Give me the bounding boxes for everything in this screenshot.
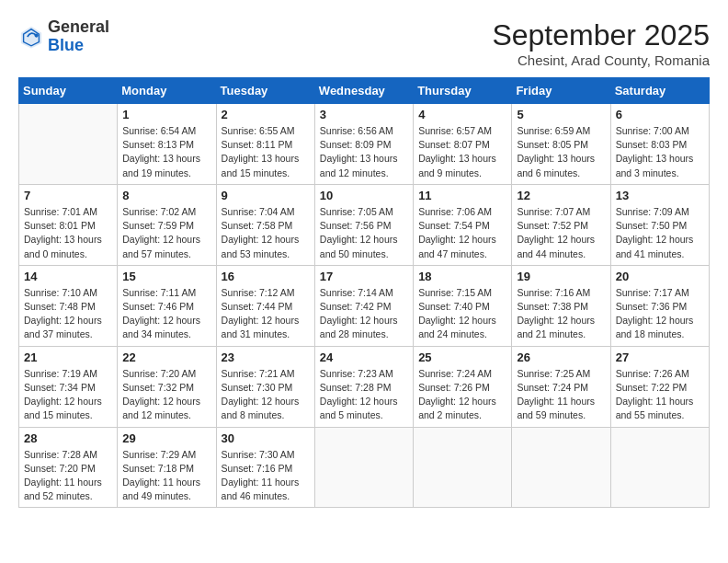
day-info: Sunrise: 6:57 AM Sunset: 8:07 PM Dayligh… — [418, 124, 506, 180]
day-number: 4 — [418, 108, 506, 121]
day-info: Sunrise: 6:59 AM Sunset: 8:05 PM Dayligh… — [517, 124, 605, 180]
calendar-cell: 26Sunrise: 7:25 AM Sunset: 7:24 PM Dayli… — [512, 346, 610, 427]
day-info: Sunrise: 7:07 AM Sunset: 7:52 PM Dayligh… — [517, 205, 605, 261]
calendar-cell: 30Sunrise: 7:30 AM Sunset: 7:16 PM Dayli… — [216, 427, 314, 508]
calendar-week-row: 7Sunrise: 7:01 AM Sunset: 8:01 PM Daylig… — [19, 184, 710, 265]
day-number: 12 — [517, 189, 605, 202]
day-info: Sunrise: 7:00 AM Sunset: 8:03 PM Dayligh… — [616, 124, 704, 180]
calendar-cell: 17Sunrise: 7:14 AM Sunset: 7:42 PM Dayli… — [314, 265, 413, 346]
day-number: 19 — [517, 270, 605, 283]
day-info: Sunrise: 7:11 AM Sunset: 7:46 PM Dayligh… — [122, 286, 210, 342]
calendar-cell: 6Sunrise: 7:00 AM Sunset: 8:03 PM Daylig… — [610, 104, 709, 185]
calendar-cell — [610, 427, 709, 508]
day-info: Sunrise: 7:05 AM Sunset: 7:56 PM Dayligh… — [320, 205, 408, 261]
day-number: 18 — [418, 270, 506, 283]
day-info: Sunrise: 6:54 AM Sunset: 8:13 PM Dayligh… — [122, 124, 210, 180]
calendar-cell: 19Sunrise: 7:16 AM Sunset: 7:38 PM Dayli… — [512, 265, 610, 346]
day-info: Sunrise: 6:56 AM Sunset: 8:09 PM Dayligh… — [320, 124, 408, 180]
calendar-header-monday: Monday — [118, 78, 216, 104]
day-info: Sunrise: 7:09 AM Sunset: 7:50 PM Dayligh… — [616, 205, 704, 261]
calendar-cell: 13Sunrise: 7:09 AM Sunset: 7:50 PM Dayli… — [610, 184, 709, 265]
day-number: 1 — [122, 108, 210, 121]
calendar-cell — [414, 427, 512, 508]
location-title: Chesint, Arad County, Romania — [492, 52, 710, 68]
calendar-cell: 11Sunrise: 7:06 AM Sunset: 7:54 PM Dayli… — [414, 184, 512, 265]
title-block: September 2025 Chesint, Arad County, Rom… — [492, 18, 710, 68]
calendar-cell: 18Sunrise: 7:15 AM Sunset: 7:40 PM Dayli… — [414, 265, 512, 346]
day-info: Sunrise: 7:02 AM Sunset: 7:59 PM Dayligh… — [122, 205, 210, 261]
day-number: 24 — [320, 350, 408, 364]
calendar-header-row: SundayMondayTuesdayWednesdayThursdayFrid… — [19, 78, 710, 104]
day-number: 2 — [222, 108, 310, 121]
calendar-cell: 25Sunrise: 7:24 AM Sunset: 7:26 PM Dayli… — [414, 346, 512, 427]
calendar-cell: 7Sunrise: 7:01 AM Sunset: 8:01 PM Daylig… — [19, 184, 118, 265]
day-number: 6 — [616, 108, 704, 121]
day-number: 20 — [616, 270, 704, 283]
calendar-cell: 1Sunrise: 6:54 AM Sunset: 8:13 PM Daylig… — [118, 104, 216, 185]
calendar-header-friday: Friday — [512, 78, 610, 104]
calendar-week-row: 14Sunrise: 7:10 AM Sunset: 7:48 PM Dayli… — [19, 265, 710, 346]
day-info: Sunrise: 7:23 AM Sunset: 7:28 PM Dayligh… — [320, 367, 408, 423]
day-number: 30 — [222, 431, 310, 445]
calendar-cell: 16Sunrise: 7:12 AM Sunset: 7:44 PM Dayli… — [216, 265, 314, 346]
day-number: 16 — [222, 270, 310, 283]
day-number: 11 — [418, 189, 506, 202]
logo-text: General Blue — [48, 18, 109, 55]
day-number: 23 — [222, 350, 310, 364]
calendar-cell: 4Sunrise: 6:57 AM Sunset: 8:07 PM Daylig… — [414, 104, 512, 185]
logo-blue: Blue — [48, 36, 84, 54]
day-number: 26 — [517, 350, 605, 364]
day-info: Sunrise: 7:04 AM Sunset: 7:58 PM Dayligh… — [222, 205, 310, 261]
day-info: Sunrise: 7:24 AM Sunset: 7:26 PM Dayligh… — [418, 367, 506, 423]
day-info: Sunrise: 7:20 AM Sunset: 7:32 PM Dayligh… — [122, 367, 210, 423]
calendar-cell — [512, 427, 610, 508]
logo: General Blue — [18, 18, 109, 55]
day-info: Sunrise: 7:15 AM Sunset: 7:40 PM Dayligh… — [418, 286, 506, 342]
calendar-cell: 8Sunrise: 7:02 AM Sunset: 7:59 PM Daylig… — [118, 184, 216, 265]
day-number: 5 — [517, 108, 605, 121]
day-info: Sunrise: 7:12 AM Sunset: 7:44 PM Dayligh… — [222, 286, 310, 342]
calendar-cell: 23Sunrise: 7:21 AM Sunset: 7:30 PM Dayli… — [216, 346, 314, 427]
day-number: 9 — [222, 189, 310, 202]
day-number: 17 — [320, 270, 408, 283]
day-number: 14 — [24, 270, 112, 283]
day-info: Sunrise: 7:10 AM Sunset: 7:48 PM Dayligh… — [24, 286, 112, 342]
calendar-header-tuesday: Tuesday — [216, 78, 314, 104]
day-info: Sunrise: 7:19 AM Sunset: 7:34 PM Dayligh… — [24, 367, 112, 423]
day-number: 10 — [320, 189, 408, 202]
day-number: 13 — [616, 189, 704, 202]
calendar-week-row: 28Sunrise: 7:28 AM Sunset: 7:20 PM Dayli… — [19, 427, 710, 508]
svg-point-2 — [35, 33, 39, 37]
calendar-cell: 3Sunrise: 6:56 AM Sunset: 8:09 PM Daylig… — [314, 104, 413, 185]
calendar-table: SundayMondayTuesdayWednesdayThursdayFrid… — [18, 77, 710, 508]
day-number: 8 — [122, 189, 210, 202]
day-number: 25 — [418, 350, 506, 364]
calendar-cell: 12Sunrise: 7:07 AM Sunset: 7:52 PM Dayli… — [512, 184, 610, 265]
calendar-header-wednesday: Wednesday — [314, 78, 413, 104]
day-number: 21 — [24, 350, 112, 364]
calendar-cell: 20Sunrise: 7:17 AM Sunset: 7:36 PM Dayli… — [610, 265, 709, 346]
day-info: Sunrise: 7:21 AM Sunset: 7:30 PM Dayligh… — [222, 367, 310, 423]
day-number: 7 — [24, 189, 112, 202]
day-info: Sunrise: 7:01 AM Sunset: 8:01 PM Dayligh… — [24, 205, 112, 261]
page-header: General Blue September 2025 Chesint, Ara… — [18, 18, 710, 68]
logo-general: General — [48, 17, 109, 36]
calendar-cell: 28Sunrise: 7:28 AM Sunset: 7:20 PM Dayli… — [19, 427, 118, 508]
day-info: Sunrise: 7:28 AM Sunset: 7:20 PM Dayligh… — [24, 448, 112, 504]
calendar-cell: 14Sunrise: 7:10 AM Sunset: 7:48 PM Dayli… — [19, 265, 118, 346]
calendar-cell: 24Sunrise: 7:23 AM Sunset: 7:28 PM Dayli… — [314, 346, 413, 427]
day-number: 15 — [122, 270, 210, 283]
calendar-cell: 2Sunrise: 6:55 AM Sunset: 8:11 PM Daylig… — [216, 104, 314, 185]
calendar-header-saturday: Saturday — [610, 78, 709, 104]
day-number: 28 — [24, 431, 112, 445]
calendar-cell — [314, 427, 413, 508]
calendar-cell — [19, 104, 118, 185]
calendar-cell: 5Sunrise: 6:59 AM Sunset: 8:05 PM Daylig… — [512, 104, 610, 185]
day-info: Sunrise: 7:16 AM Sunset: 7:38 PM Dayligh… — [517, 286, 605, 342]
calendar-header-thursday: Thursday — [414, 78, 512, 104]
calendar-cell: 21Sunrise: 7:19 AM Sunset: 7:34 PM Dayli… — [19, 346, 118, 427]
month-title: September 2025 — [492, 18, 710, 52]
calendar-cell: 22Sunrise: 7:20 AM Sunset: 7:32 PM Dayli… — [118, 346, 216, 427]
day-info: Sunrise: 7:25 AM Sunset: 7:24 PM Dayligh… — [517, 367, 605, 423]
calendar-week-row: 1Sunrise: 6:54 AM Sunset: 8:13 PM Daylig… — [19, 104, 710, 185]
